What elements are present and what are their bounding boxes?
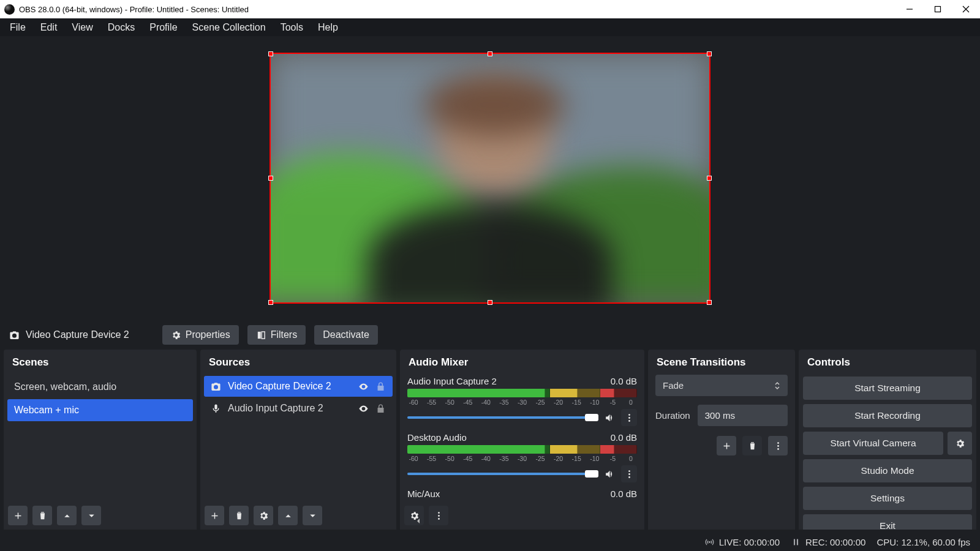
settings-button[interactable]: Settings xyxy=(803,487,972,510)
filter-icon xyxy=(256,330,266,340)
sources-title: Sources xyxy=(200,350,396,375)
svg-rect-1 xyxy=(935,7,941,12)
studio-mode-button[interactable]: Studio Mode xyxy=(803,459,972,482)
source-item[interactable]: Audio Input Capture 2 xyxy=(204,398,393,419)
db-ticks: -60-55-50-45-40-35-30-25-20-15-10-50 xyxy=(408,399,636,406)
volume-slider[interactable] xyxy=(407,473,598,475)
menu-edit[interactable]: Edit xyxy=(33,20,65,36)
move-scene-down-button[interactable] xyxy=(81,506,101,525)
scene-item[interactable]: Screen, webcam, audio xyxy=(7,376,193,398)
remove-transition-button[interactable] xyxy=(742,436,762,455)
cpu-status: CPU: 12.1%, 60.00 fps xyxy=(876,537,970,547)
preview-area[interactable] xyxy=(0,36,980,320)
window-maximize-button[interactable] xyxy=(924,0,952,18)
move-scene-up-button[interactable] xyxy=(57,506,77,525)
window-close-button[interactable] xyxy=(952,0,980,18)
speaker-icon[interactable] xyxy=(605,413,615,423)
live-status: LIVE: 00:00:00 xyxy=(719,537,780,547)
gear-icon xyxy=(171,330,181,340)
svg-point-12 xyxy=(438,512,440,514)
mixer-channel-name: Audio Input Capture 2 xyxy=(407,376,497,386)
remove-scene-button[interactable] xyxy=(32,506,52,525)
source-settings-button[interactable] xyxy=(254,506,273,525)
updown-icon xyxy=(774,381,780,390)
virtual-camera-settings-button[interactable] xyxy=(948,432,972,455)
controls-dock: Controls Start Streaming Start Recording… xyxy=(799,350,976,530)
audio-mixer-title: Audio Mixer xyxy=(400,350,644,375)
source-toolbar: Video Capture Device 2 Properties Filter… xyxy=(0,320,980,350)
scenes-title: Scenes xyxy=(4,350,197,375)
source-item[interactable]: Video Capture Device 2 xyxy=(204,376,393,397)
svg-point-17 xyxy=(777,448,779,450)
eye-icon[interactable] xyxy=(358,403,369,414)
broadcast-icon xyxy=(704,537,715,547)
status-bar: LIVE: 00:00:00 REC: 00:00:00 CPU: 12.1%,… xyxy=(0,533,980,551)
mic-icon xyxy=(211,403,221,414)
sources-dock: Sources Video Capture Device 2 Audio Inp… xyxy=(200,350,396,530)
deactivate-button[interactable]: Deactivate xyxy=(314,325,378,345)
start-streaming-button[interactable]: Start Streaming xyxy=(803,377,972,400)
menu-view[interactable]: View xyxy=(64,20,100,36)
audio-meter xyxy=(407,389,637,397)
transition-select[interactable]: Fade xyxy=(655,375,788,396)
svg-point-8 xyxy=(628,420,630,422)
db-ticks: -60-55-50-45-40-35-30-25-20-15-10-50 xyxy=(408,455,636,462)
duration-spinbox[interactable] xyxy=(698,405,788,426)
svg-point-9 xyxy=(628,470,630,472)
speaker-icon[interactable] xyxy=(605,469,615,479)
window-minimize-button[interactable] xyxy=(895,0,924,18)
svg-rect-4 xyxy=(257,331,260,338)
properties-button[interactable]: Properties xyxy=(162,325,239,345)
svg-rect-5 xyxy=(262,331,265,338)
mixer-channel-name: Desktop Audio xyxy=(407,432,467,443)
svg-point-10 xyxy=(628,473,630,475)
volume-slider[interactable] xyxy=(407,416,598,419)
move-source-up-button[interactable] xyxy=(278,506,298,525)
transition-menu-button[interactable] xyxy=(768,436,788,455)
scene-item[interactable]: Webcam + mic xyxy=(7,399,193,421)
menu-profile[interactable]: Profile xyxy=(142,20,184,36)
lock-icon[interactable] xyxy=(375,403,386,414)
channel-menu-button[interactable] xyxy=(621,465,637,482)
window-titlebar: OBS 28.0.0 (64-bit, windows) - Profile: … xyxy=(0,0,980,18)
menu-help[interactable]: Help xyxy=(311,20,345,36)
start-virtual-camera-button[interactable]: Start Virtual Camera xyxy=(803,432,943,455)
mixer-advanced-button[interactable] xyxy=(404,506,424,525)
source-label: Audio Input Capture 2 xyxy=(228,403,323,414)
move-source-down-button[interactable] xyxy=(303,506,322,525)
add-scene-button[interactable] xyxy=(8,506,28,525)
scene-transitions-title: Scene Transitions xyxy=(648,350,795,375)
scenes-dock: Scenes Screen, webcam, audio Webcam + mi… xyxy=(4,350,197,530)
start-recording-button[interactable]: Start Recording xyxy=(803,404,972,427)
add-transition-button[interactable] xyxy=(717,436,736,455)
duration-label: Duration xyxy=(655,410,690,421)
remove-source-button[interactable] xyxy=(229,506,249,525)
rec-status: REC: 00:00:00 xyxy=(805,537,865,547)
add-source-button[interactable] xyxy=(205,506,224,525)
menubar: File Edit View Docks Profile Scene Colle… xyxy=(0,18,980,36)
svg-rect-19 xyxy=(797,539,798,545)
mixer-channel: Mic/Aux0.0 dB-60-55-50-45-40-35-30-25-20… xyxy=(404,489,641,501)
lock-icon[interactable] xyxy=(375,381,386,392)
controls-title: Controls xyxy=(799,350,976,375)
svg-point-13 xyxy=(438,515,440,517)
eye-icon[interactable] xyxy=(358,381,369,392)
mixer-channel: Desktop Audio0.0 dB-60-55-50-45-40-35-30… xyxy=(404,432,641,482)
mixer-menu-button[interactable] xyxy=(429,506,448,525)
svg-point-6 xyxy=(628,414,630,416)
video-preview[interactable] xyxy=(271,54,709,302)
audio-meter xyxy=(407,445,637,454)
camera-icon xyxy=(9,330,20,340)
mixer-channel-db: 0.0 dB xyxy=(611,376,637,386)
channel-menu-button[interactable] xyxy=(621,409,637,426)
filters-button[interactable]: Filters xyxy=(247,325,306,345)
menu-scene-collection[interactable]: Scene Collection xyxy=(185,20,273,36)
mixer-channel-name: Mic/Aux xyxy=(407,489,440,499)
menu-file[interactable]: File xyxy=(2,20,33,36)
menu-tools[interactable]: Tools xyxy=(273,20,311,36)
exit-button[interactable]: Exit xyxy=(803,514,972,530)
duration-input[interactable] xyxy=(698,405,788,426)
menu-docks[interactable]: Docks xyxy=(100,20,142,36)
svg-point-16 xyxy=(777,445,779,447)
svg-point-7 xyxy=(628,417,630,419)
